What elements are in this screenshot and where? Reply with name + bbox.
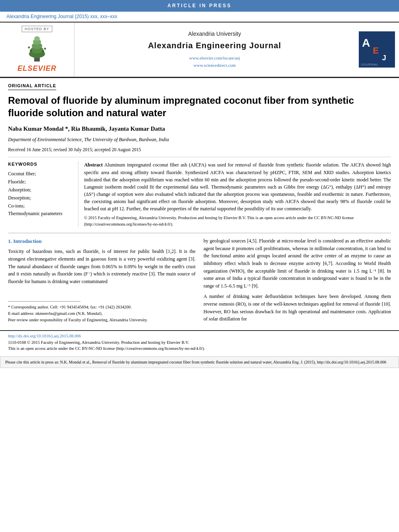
journal-main-title: Alexandria Engineering Journal — [148, 40, 281, 51]
section1-heading: 1. Introduction — [8, 237, 195, 245]
received-dates: Received 16 June 2015; revised 30 July 2… — [8, 146, 391, 153]
abstract-column: Abstract Aluminum impregnated coconut fi… — [84, 161, 391, 227]
aej-logo-icon: A E J JOURNAL — [359, 31, 395, 68]
issn-line: 1110-0168 © 2015 Faculty of Engineering,… — [8, 339, 391, 346]
svg-point-8 — [28, 47, 30, 49]
article-title: Removal of fluoride by aluminum impregna… — [8, 94, 391, 119]
keywords-column: KEYWORDS Coconut fiber; Fluoride; Adsorp… — [8, 161, 78, 227]
issn-text: 1110-0168 © 2015 Faculty of Engineering,… — [8, 340, 189, 345]
svg-text:E: E — [373, 45, 379, 55]
keyword-2: Fluoride; — [8, 179, 72, 185]
abstract-text: Abstract Aluminum impregnated coconut fi… — [84, 161, 391, 212]
page-wrapper: ARTICLE IN PRESS Alexandria Engineering … — [0, 0, 399, 532]
footnote-email: E-mail address: nkmenvbu@gmail.com (N.K.… — [8, 310, 195, 317]
keywords-title: KEYWORDS — [8, 161, 72, 167]
svg-point-7 — [42, 50, 44, 53]
university-name: Alexandria University — [188, 30, 241, 38]
left-column: 1. Introduction Toxicity of hazardous io… — [8, 237, 195, 326]
svg-text:J: J — [382, 54, 386, 62]
footnote-corresponding: * Corresponding author. Cell: +91 943454… — [8, 304, 195, 310]
svg-point-9 — [44, 48, 46, 50]
footnote-peer-review: Peer review under responsibility of Facu… — [8, 317, 195, 323]
bottom-strip: http://dx.doi.org/10.1016/j.aej.2015.08.… — [0, 330, 399, 354]
svg-point-6 — [30, 49, 32, 52]
aej-logo-section: A E J JOURNAL — [355, 23, 399, 77]
body-divider — [8, 233, 391, 233]
article-content: ORIGINAL ARTICLE Removal of fluoride by … — [0, 78, 399, 330]
intro-para2: by geological sources [4,5]. Fluoride at… — [204, 237, 391, 290]
article-type-label: ORIGINAL ARTICLE — [8, 83, 56, 90]
footnote-corresponding-text: * Corresponding author. Cell: +91 943454… — [8, 305, 132, 309]
keywords-list: Coconut fiber; Fluoride; Adsorption; Des… — [8, 170, 72, 217]
journal-header: HOSTED BY ELSEVIER — [0, 22, 399, 78]
svg-point-5 — [34, 36, 40, 41]
elsevier-brand-text: ELSEVIER — [17, 64, 56, 74]
authors-line: Naba Kumar Mondal *, Ria Bhaumik, Jayant… — [8, 125, 391, 133]
abstract-copyright: © 2015 Faculty of Engineering, Alexandri… — [84, 215, 391, 228]
doi-text[interactable]: http://dx.doi.org/10.1016/j.aej.2015.08.… — [8, 334, 81, 338]
hosted-by-label: HOSTED BY — [22, 26, 52, 33]
keyword-3: Adsorption; — [8, 187, 72, 193]
journal-link1[interactable]: www.elsevier.com/locate/aej — [189, 54, 240, 62]
citation-text: Please cite this article in press as: N.… — [5, 360, 386, 364]
open-access-text: This is an open access article under the… — [8, 346, 205, 351]
article-body: 1. Introduction Toxicity of hazardous io… — [8, 237, 391, 326]
abstract-label: Abstract — [84, 162, 103, 168]
elsevier-logo: ELSEVIER — [17, 35, 56, 74]
keyword-5: Co-ions; — [8, 203, 72, 210]
open-access-line: This is an open access article under the… — [8, 345, 391, 352]
citation-box: Please cite this article in press as: N.… — [0, 356, 399, 368]
svg-text:A: A — [362, 37, 370, 49]
footnote-email-text: E-mail address: nkmenvbu@gmail.com (N.K.… — [8, 311, 103, 316]
banner-text: ARTICLE IN PRESS — [167, 3, 231, 8]
journal-title-section: Alexandria University Alexandria Enginee… — [74, 23, 355, 77]
right-column: by geological sources [4,5]. Fluoride at… — [204, 237, 391, 326]
keyword-1: Coconut fiber; — [8, 170, 72, 177]
article-in-press-banner: ARTICLE IN PRESS — [0, 0, 399, 12]
elsevier-tree-icon — [19, 35, 55, 63]
elsevier-section: HOSTED BY ELSEVIER — [0, 23, 74, 77]
svg-text:JOURNAL: JOURNAL — [361, 63, 378, 66]
intro-para3: A number of drinking water defluoridatio… — [204, 293, 391, 322]
footnote-divider — [8, 301, 80, 302]
keyword-6: Thermodynamic parameters — [8, 210, 72, 217]
doi-link[interactable]: http://dx.doi.org/10.1016/j.aej.2015.08.… — [8, 333, 391, 339]
journal-reference-line: Alexandria Engineering Journal (2015) xx… — [0, 12, 399, 22]
journal-ref-text: Alexandria Engineering Journal (2015) xx… — [6, 14, 117, 19]
intro-para1: Toxicity of hazardous ions, such as fluo… — [8, 248, 195, 285]
journal-links: www.elsevier.com/locate/aej www.scienced… — [189, 54, 240, 69]
journal-link2[interactable]: www.sciencedirect.com — [189, 62, 240, 69]
abstract-body: Aluminum impregnated coconut fiber ash (… — [84, 162, 391, 212]
keywords-abstract-section: KEYWORDS Coconut fiber; Fluoride; Adsorp… — [8, 157, 391, 227]
footnote-peer-review-text: Peer review under responsibility of Facu… — [8, 318, 148, 322]
authors-text: Naba Kumar Mondal *, Ria Bhaumik, Jayant… — [8, 125, 165, 132]
keyword-4: Desorption; — [8, 195, 72, 201]
affiliation-text: Department of Environmental Science, The… — [8, 136, 391, 143]
